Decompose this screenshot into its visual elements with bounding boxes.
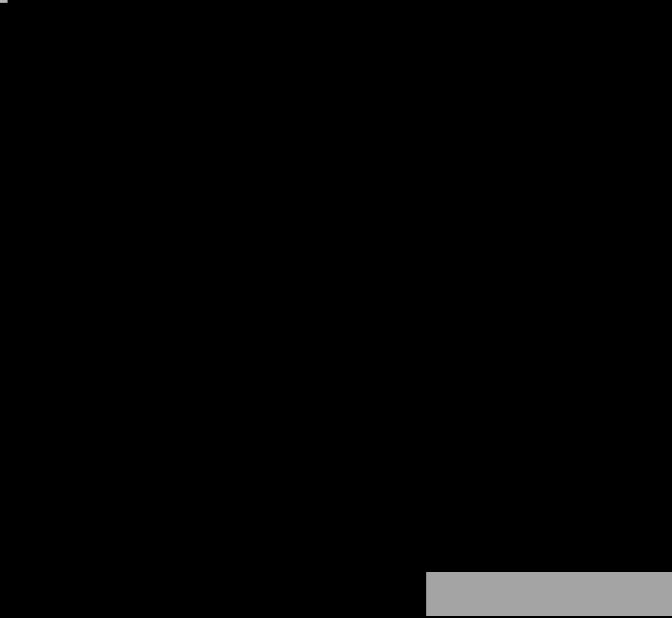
cape-legend	[426, 572, 672, 616]
wrf-weather-map	[0, 0, 672, 618]
title-panel	[0, 0, 8, 3]
title-line-windshear	[0, 1, 8, 3]
map-canvas	[0, 0, 672, 618]
